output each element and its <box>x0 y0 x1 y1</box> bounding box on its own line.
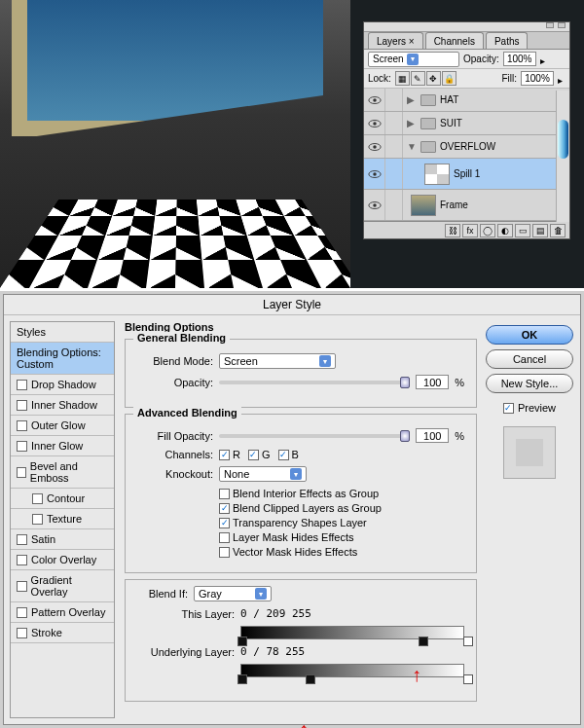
checkbox[interactable] <box>32 514 43 525</box>
tab-layers[interactable]: Layers × <box>368 32 423 49</box>
layer-spill1[interactable]: Spill 1 <box>364 159 569 190</box>
opacity-slider[interactable] <box>219 381 410 384</box>
layer-mask-hides-checkbox[interactable] <box>219 532 230 543</box>
sidebar-stroke[interactable]: Stroke <box>11 623 114 643</box>
checkbox[interactable] <box>17 555 27 565</box>
layer-thumbnail[interactable] <box>424 164 450 185</box>
tab-channels[interactable]: Channels <box>425 32 484 49</box>
layer-group-hat[interactable]: ▶HAT <box>364 89 569 112</box>
checkbox[interactable] <box>17 467 26 478</box>
lock-all-icon[interactable]: 🔒 <box>442 71 456 86</box>
sidebar-blending-options[interactable]: Blending Options: Custom <box>11 343 114 375</box>
vector-mask-hides-checkbox[interactable] <box>219 547 230 558</box>
sidebar-pattern-overlay[interactable]: Pattern Overlay <box>11 602 114 623</box>
layer-name: HAT <box>440 94 458 105</box>
close-icon[interactable] <box>558 22 566 28</box>
ok-button[interactable]: OK <box>486 325 573 345</box>
disclosure-icon[interactable]: ▶ <box>407 94 417 105</box>
new-style-button[interactable]: New Style... <box>486 374 573 393</box>
checkbox[interactable] <box>17 420 27 431</box>
picture-frame <box>12 0 323 136</box>
sidebar-bevel-emboss[interactable]: Bevel and Emboss <box>11 456 114 489</box>
adjustment-icon[interactable]: ◐ <box>497 224 513 237</box>
sidebar-color-overlay[interactable]: Color Overlay <box>11 550 114 570</box>
layer-group-suit[interactable]: ▶SUIT <box>364 112 569 135</box>
blend-mode-dropdown[interactable]: Screen▾ <box>368 52 459 67</box>
new-group-icon[interactable]: ▭ <box>515 224 530 237</box>
checkbox[interactable] <box>32 493 43 504</box>
channel-b-checkbox[interactable]: ✓ <box>278 450 289 460</box>
sidebar-drop-shadow[interactable]: Drop Shadow <box>11 375 114 395</box>
sidebar-contour[interactable]: Contour <box>11 489 114 509</box>
visibility-icon[interactable] <box>364 159 385 189</box>
opacity-input[interactable]: 100% <box>503 52 536 66</box>
panel-scrollbar[interactable] <box>556 91 569 222</box>
white-stop[interactable] <box>463 674 473 684</box>
blend-clipped-checkbox[interactable]: ✓ <box>219 503 230 514</box>
transparency-shapes-checkbox[interactable]: ✓ <box>219 518 230 528</box>
checkbox[interactable] <box>17 400 27 411</box>
underlying-layer-label: Underlying Layer: <box>137 646 235 658</box>
visibility-icon[interactable] <box>364 112 385 134</box>
checkbox[interactable] <box>17 607 27 618</box>
checkbox[interactable] <box>17 380 27 390</box>
channel-g-checkbox[interactable]: ✓ <box>248 450 259 460</box>
advanced-blending-group: Advanced Blending Fill Opacity: 100 % Ch… <box>125 414 477 573</box>
checkbox[interactable] <box>17 441 27 452</box>
new-layer-icon[interactable]: ▤ <box>532 224 548 237</box>
underlying-gradient[interactable] <box>240 664 464 677</box>
visibility-icon[interactable] <box>364 135 385 158</box>
fx-icon[interactable]: fx <box>462 224 478 237</box>
sidebar-inner-glow[interactable]: Inner Glow <box>11 436 114 456</box>
opacity-flyout-icon[interactable]: ▸ <box>540 55 548 63</box>
disclosure-icon[interactable]: ▼ <box>407 141 417 152</box>
svg-point-3 <box>373 122 377 126</box>
checkbox[interactable] <box>17 534 27 545</box>
fill-flyout-icon[interactable]: ▸ <box>558 75 566 83</box>
black-stop-split[interactable] <box>306 674 315 684</box>
visibility-icon[interactable] <box>364 89 385 111</box>
sidebar-outer-glow[interactable]: Outer Glow <box>11 416 114 436</box>
layer-thumbnail[interactable] <box>411 195 436 216</box>
blend-interior-checkbox[interactable] <box>219 489 230 499</box>
link-layers-icon[interactable]: ⛓ <box>445 224 460 237</box>
lock-position-icon[interactable]: ✥ <box>426 71 441 86</box>
opacity-value[interactable]: 100 <box>416 375 449 389</box>
blend-mode-select[interactable]: Screen▾ <box>219 353 336 369</box>
fill-opacity-value[interactable]: 100 <box>416 428 449 443</box>
layers-panel: Layers × Channels Paths Screen▾ Opacity:… <box>363 21 570 239</box>
lock-transparent-icon[interactable]: ▦ <box>395 71 410 86</box>
tab-paths[interactable]: Paths <box>486 32 529 49</box>
layer-group-overflow[interactable]: ▼OVERFLOW <box>364 135 569 159</box>
minimize-icon[interactable] <box>546 22 554 28</box>
black-stop[interactable] <box>237 637 247 646</box>
this-layer-gradient[interactable] <box>240 626 464 639</box>
black-stop[interactable] <box>237 674 247 684</box>
knockout-select[interactable]: None▾ <box>219 466 307 482</box>
styles-header[interactable]: Styles <box>11 322 114 343</box>
sidebar-inner-shadow[interactable]: Inner Shadow <box>11 395 114 416</box>
white-stop-split[interactable] <box>419 637 428 646</box>
fill-input[interactable]: 100% <box>521 71 554 86</box>
group-legend: Advanced Blending <box>133 407 241 419</box>
layer-frame[interactable]: Frame <box>364 190 569 221</box>
blend-if-channel-select[interactable]: Gray▾ <box>194 586 272 601</box>
cancel-button[interactable]: Cancel <box>486 349 573 369</box>
checkbox[interactable] <box>17 628 27 638</box>
checkbox[interactable] <box>17 581 27 592</box>
sidebar-texture[interactable]: Texture <box>11 509 114 529</box>
mask-icon[interactable]: ◯ <box>480 224 495 237</box>
lock-pixels-icon[interactable]: ✎ <box>411 71 425 86</box>
blend-if-group: Blend If: Gray▾ This Layer: 0 / 209 255 <box>125 579 477 702</box>
white-stop[interactable] <box>463 637 473 646</box>
sidebar-gradient-overlay[interactable]: Gradient Overlay <box>11 570 114 602</box>
layer-name: OVERFLOW <box>440 141 495 152</box>
sidebar-satin[interactable]: Satin <box>11 529 114 550</box>
visibility-icon[interactable] <box>364 190 385 220</box>
disclosure-icon[interactable]: ▶ <box>407 118 417 128</box>
preview-toggle[interactable]: ✓Preview <box>503 402 556 414</box>
preview-checkbox[interactable]: ✓ <box>503 403 514 414</box>
channel-r-checkbox[interactable]: ✓ <box>219 450 230 460</box>
trash-icon[interactable]: 🗑 <box>550 224 566 237</box>
fill-opacity-slider[interactable] <box>219 434 410 438</box>
